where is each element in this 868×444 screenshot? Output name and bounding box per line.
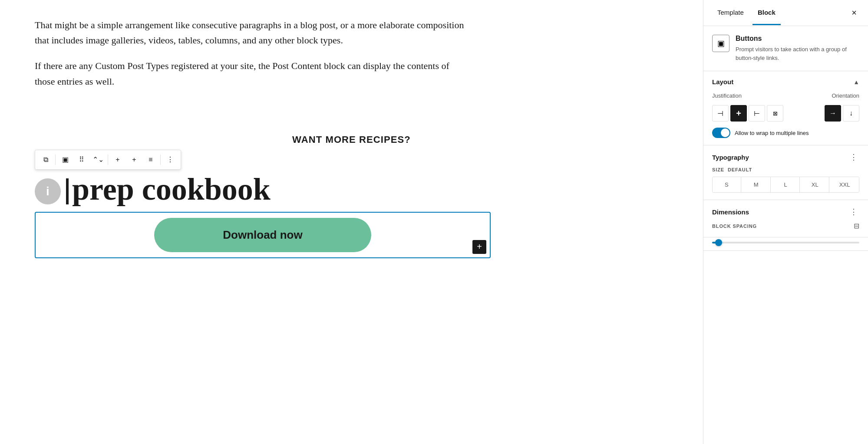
- toolbar-divider-2: [108, 155, 108, 165]
- justify-right-button[interactable]: ⊢: [749, 105, 765, 122]
- size-default-label: DEFAULT: [728, 167, 752, 172]
- cursor-indicator: [66, 178, 69, 204]
- layout-section-title: Layout: [712, 78, 733, 86]
- justify-left-icon: ⊣: [717, 109, 723, 118]
- dimensions-section-header: Dimensions ⋮: [712, 207, 859, 217]
- more-vertical-icon: ⋮: [850, 153, 858, 161]
- justification-label: Justification: [712, 92, 742, 99]
- block-info-section: ▣ Buttons Prompt visitors to take action…: [703, 26, 868, 71]
- size-options-group: S M L XL XXL: [712, 177, 859, 193]
- duplicate-icon: ⧉: [43, 156, 48, 164]
- close-icon: ×: [851, 8, 857, 18]
- orientation-label: Orientation: [832, 92, 859, 99]
- orient-horizontal-button[interactable]: →: [825, 105, 841, 122]
- size-label: SIZE: [712, 167, 724, 172]
- wrap-toggle-row: Allow to wrap to multiple lines: [712, 128, 859, 138]
- block-description-text: Prompt visitors to take action with a gr…: [736, 45, 859, 62]
- orientation-buttons: → ↓: [825, 105, 859, 122]
- size-xl-button[interactable]: XL: [801, 177, 829, 192]
- layout-justification-row: Justification Orientation: [712, 92, 859, 99]
- content-spacer: [35, 99, 668, 134]
- block-add-button[interactable]: +: [472, 240, 486, 254]
- toolbar-divider-3: [160, 155, 161, 165]
- add-after-icon: +: [132, 156, 136, 164]
- button-block-container[interactable]: Download now +: [35, 212, 491, 258]
- dimensions-section-title: Dimensions: [712, 208, 749, 216]
- more-options-button[interactable]: ⋮: [162, 152, 178, 168]
- layout-section: Layout ▲ Justification Orientation ⊣ + ⊢: [703, 71, 868, 145]
- cta-section: WANT MORE RECIPES?: [35, 134, 668, 145]
- typography-section-header: Typography ⋮: [712, 152, 859, 162]
- cta-title: WANT MORE RECIPES?: [35, 134, 668, 145]
- spacing-adjust-icon[interactable]: ⊟: [854, 222, 859, 230]
- cookbook-title-area: ⧉ ▣ ⠿ ⌃⌄ + + ≡ ⋮: [35, 154, 668, 207]
- add-before-button[interactable]: +: [110, 152, 125, 168]
- download-now-button[interactable]: Download now: [154, 218, 371, 252]
- cookbook-title-text: prep cookbook: [72, 171, 271, 207]
- drag-handle[interactable]: ⠿: [74, 152, 89, 168]
- justify-right-icon: ⊢: [754, 109, 760, 118]
- block-spacing-row: BLOCK SPACING ⊟: [712, 222, 859, 230]
- chevron-updown-icon: ⌃⌄: [92, 155, 104, 164]
- move-button[interactable]: ⌃⌄: [90, 152, 106, 168]
- block-spacing-label: BLOCK SPACING: [712, 224, 757, 229]
- wrap-toggle-label: Allow to wrap to multiple lines: [735, 130, 809, 136]
- typography-more-button[interactable]: ⋮: [848, 152, 859, 162]
- block-spacing-slider-area: [703, 237, 868, 251]
- typography-section: Typography ⋮ SIZE DEFAULT S M L XL XXL: [703, 145, 868, 200]
- add-before-icon: +: [116, 156, 119, 164]
- plus-icon: +: [477, 242, 482, 252]
- layout-section-header: Layout ▲: [712, 78, 859, 86]
- block-type-icon: ▣: [62, 155, 69, 164]
- justify-left-button[interactable]: ⊣: [712, 105, 729, 122]
- justify-center-button[interactable]: +: [730, 105, 747, 122]
- more-vertical-icon-2: ⋮: [850, 207, 858, 216]
- orient-vertical-button[interactable]: ↓: [843, 105, 859, 122]
- justification-buttons: ⊣ + ⊢ ⊠: [712, 105, 783, 122]
- cookbook-avatar-icon: i: [35, 178, 61, 204]
- chevron-up-icon: ▲: [853, 79, 859, 86]
- block-toolbar: ⧉ ▣ ⠿ ⌃⌄ + + ≡ ⋮: [35, 150, 181, 170]
- drag-icon: ⠿: [79, 155, 84, 164]
- dimensions-more-button[interactable]: ⋮: [848, 207, 859, 217]
- block-name-heading: Buttons: [736, 35, 859, 43]
- size-label-row: SIZE DEFAULT: [712, 167, 859, 172]
- duplicate-button[interactable]: ⧉: [38, 152, 53, 168]
- typography-section-title: Typography: [712, 154, 749, 161]
- align-icon: ≡: [149, 156, 152, 164]
- block-info-text: Buttons Prompt visitors to take action w…: [736, 35, 859, 62]
- block-type-icon-box: ▣: [712, 35, 729, 52]
- prose-paragraph-2: If there are any Custom Post Types regis…: [35, 58, 469, 89]
- block-type-button[interactable]: ▣: [57, 152, 73, 168]
- main-content-area: That might be a simple arrangement like …: [0, 0, 703, 444]
- size-m-button[interactable]: M: [742, 177, 771, 192]
- layout-collapse-button[interactable]: ▲: [853, 79, 859, 86]
- tab-block[interactable]: Block: [752, 1, 781, 25]
- panel-close-button[interactable]: ×: [847, 6, 861, 20]
- layout-controls-row: ⊣ + ⊢ ⊠ → ↓: [712, 105, 859, 122]
- size-l-button[interactable]: L: [772, 177, 800, 192]
- right-panel: Template Block × ▣ Buttons Prompt visito…: [703, 0, 868, 444]
- justify-center-icon: +: [736, 109, 741, 118]
- prose-paragraph-1: That might be a simple arrangement like …: [35, 17, 469, 48]
- buttons-block-icon: ▣: [717, 39, 725, 48]
- justify-space-button[interactable]: ⊠: [767, 105, 783, 122]
- toggle-knob: [721, 128, 729, 137]
- size-s-button[interactable]: S: [713, 177, 741, 192]
- align-button[interactable]: ≡: [143, 152, 158, 168]
- toolbar-divider-1: [55, 155, 56, 165]
- slider-thumb[interactable]: [715, 239, 722, 246]
- dimensions-section: Dimensions ⋮ BLOCK SPACING ⊟: [703, 200, 868, 237]
- slider-track: [712, 242, 859, 243]
- size-xxl-button[interactable]: XXL: [830, 177, 859, 192]
- panel-header: Template Block ×: [703, 0, 868, 26]
- ellipsis-icon: ⋮: [167, 155, 174, 164]
- add-after-button[interactable]: +: [126, 152, 142, 168]
- wrap-toggle-switch[interactable]: [712, 128, 730, 138]
- orient-horizontal-icon: →: [829, 109, 836, 117]
- justify-space-icon: ⊠: [773, 110, 778, 117]
- tab-template[interactable]: Template: [712, 1, 749, 25]
- orient-vertical-icon: ↓: [849, 109, 853, 117]
